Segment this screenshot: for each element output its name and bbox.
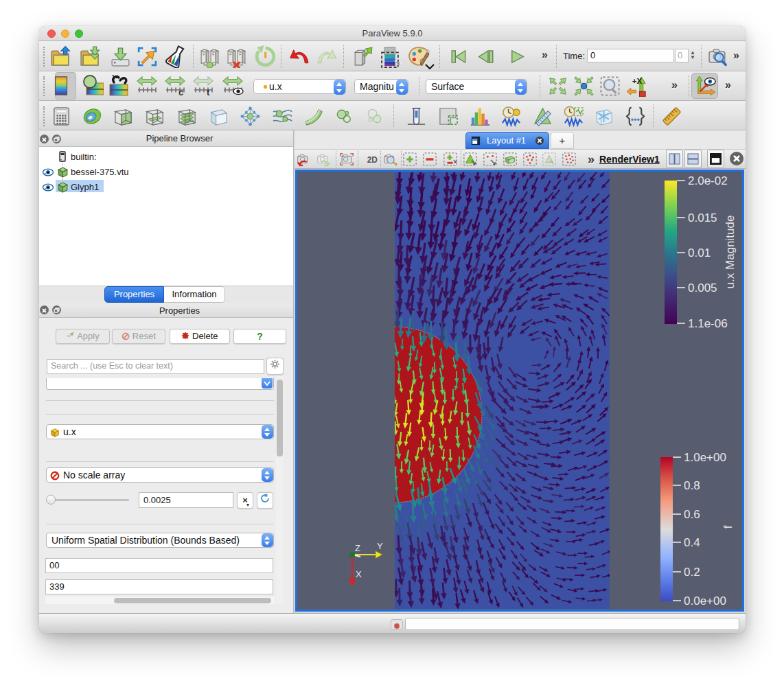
svg-text:0.015: 0.015 [688, 211, 717, 224]
svg-text:Y: Y [377, 541, 383, 551]
svg-text:t: t [207, 87, 210, 97]
svg-text:0.01: 0.01 [688, 246, 711, 259]
svg-text:Z: Z [355, 543, 360, 553]
svg-text:X: X [356, 569, 362, 579]
svg-text:u.x Magnitude: u.x Magnitude [724, 216, 737, 289]
svg-text:0.005: 0.005 [688, 281, 717, 294]
svg-text:c: c [178, 87, 183, 97]
svg-text:1.0e+00: 1.0e+00 [684, 451, 726, 464]
svg-text:0.0e+00: 0.0e+00 [684, 594, 726, 607]
svg-text:0.6: 0.6 [684, 508, 700, 521]
svg-text:2D: 2D [367, 155, 378, 165]
svg-text:0.2: 0.2 [684, 566, 700, 579]
svg-text:1.1e-06: 1.1e-06 [688, 317, 728, 330]
svg-text:f: f [722, 525, 735, 529]
svg-text:2.0e-02: 2.0e-02 [688, 174, 728, 187]
svg-text:0.4: 0.4 [684, 536, 700, 549]
svg-text:0.8: 0.8 [684, 479, 700, 492]
svg-text:+X: +X [632, 76, 642, 84]
